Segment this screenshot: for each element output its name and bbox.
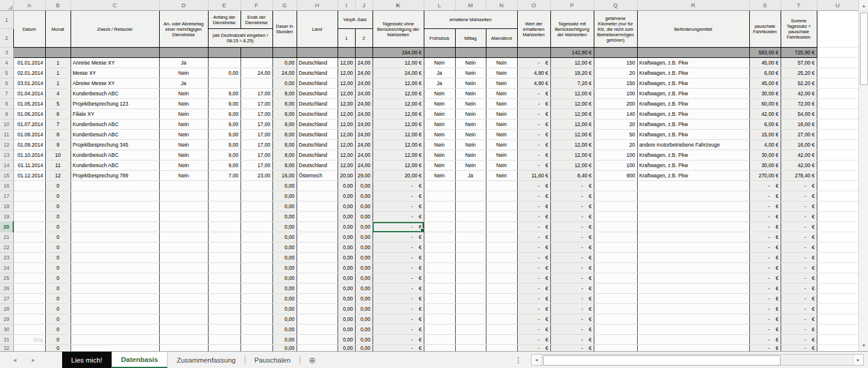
- cell-G16[interactable]: 0,00: [272, 181, 297, 191]
- column-header-T[interactable]: T: [781, 0, 817, 11]
- cell-T28[interactable]: - €: [781, 304, 817, 314]
- cell-A3[interactable]: [13, 48, 45, 58]
- cell-J29[interactable]: 0,00: [355, 314, 373, 325]
- row-header-27[interactable]: 27: [0, 294, 13, 304]
- cell-G9[interactable]: 8,00: [272, 109, 297, 119]
- row-header-25[interactable]: 25: [0, 273, 13, 284]
- cell-J22[interactable]: 0,00: [355, 243, 373, 253]
- cell-Q32[interactable]: [594, 345, 637, 352]
- row-header-12[interactable]: 12: [0, 140, 13, 150]
- cell-N22[interactable]: [486, 243, 517, 253]
- column-header-Q[interactable]: Q: [594, 0, 637, 11]
- cell-D15[interactable]: Nein: [159, 171, 208, 181]
- cell-I23[interactable]: 0,00: [338, 253, 355, 263]
- cell-J16[interactable]: 0,00: [355, 181, 373, 191]
- cell-I4[interactable]: 12,00: [338, 58, 355, 68]
- cell-F7[interactable]: 17,00: [241, 89, 272, 99]
- cell-I22[interactable]: 0,00: [338, 243, 355, 253]
- cell-O29[interactable]: - €: [517, 314, 550, 325]
- cell-Q21[interactable]: [594, 232, 637, 243]
- cell-E18[interactable]: [208, 201, 241, 212]
- cell-O32[interactable]: - €: [517, 345, 550, 352]
- cell-E7[interactable]: 9,00: [208, 89, 241, 99]
- cell-S29[interactable]: - €: [749, 314, 781, 325]
- cell-B12[interactable]: 9: [45, 140, 71, 150]
- cell-Q13[interactable]: 100: [594, 150, 637, 160]
- row-header-16[interactable]: 16: [0, 181, 13, 191]
- cell-I6[interactable]: 12,00: [338, 78, 355, 89]
- cell-H28[interactable]: [297, 304, 338, 314]
- cell-N12[interactable]: Nein: [486, 140, 517, 150]
- cell-Q8[interactable]: 200: [594, 99, 637, 109]
- cell-B24[interactable]: 0: [45, 263, 71, 273]
- cell-T3[interactable]: 725,80 €: [781, 48, 817, 58]
- cell-D19[interactable]: [159, 212, 208, 222]
- header-befoerderungsmittel[interactable]: Beförderungsmittel: [637, 11, 749, 48]
- header-tagessatz-mit[interactable]: Tagessatz mit Berücksichtigung der Mahlz…: [550, 11, 594, 48]
- cell-D6[interactable]: Ja: [159, 78, 208, 89]
- cell-O13[interactable]: - €: [517, 150, 550, 160]
- cell-M6[interactable]: Nein: [455, 78, 486, 89]
- cell-R30[interactable]: [637, 325, 749, 335]
- cell-E15[interactable]: 7,00: [208, 171, 241, 181]
- cell-A13[interactable]: 01.10.2014: [13, 150, 45, 160]
- row-header-6[interactable]: 6: [0, 78, 13, 89]
- cell-S27[interactable]: - €: [749, 294, 781, 304]
- cell-P12[interactable]: 12,00 €: [550, 140, 594, 150]
- column-header-H[interactable]: H: [297, 0, 338, 11]
- cell-F14[interactable]: 17,00: [241, 160, 272, 171]
- cell-D20[interactable]: [159, 222, 208, 232]
- cell-Q26[interactable]: [594, 284, 637, 294]
- cell-T27[interactable]: - €: [781, 294, 817, 304]
- row-header-28[interactable]: 28: [0, 304, 13, 314]
- cell-U5[interactable]: [817, 68, 858, 78]
- cell-L16[interactable]: [424, 181, 455, 191]
- row-header-9[interactable]: 9: [0, 109, 13, 119]
- cell-N8[interactable]: Nein: [486, 99, 517, 109]
- cell-D4[interactable]: Ja: [159, 58, 208, 68]
- cell-H11[interactable]: Deutschland: [297, 130, 338, 140]
- cell-H6[interactable]: Deutschland: [297, 78, 338, 89]
- cell-C3[interactable]: [71, 48, 159, 58]
- cell-L32[interactable]: [424, 345, 455, 352]
- cell-O23[interactable]: - €: [517, 253, 550, 263]
- row-header-3[interactable]: 3: [0, 48, 13, 58]
- cell-N11[interactable]: Nein: [486, 130, 517, 140]
- cell-I5[interactable]: 12,00: [338, 68, 355, 78]
- cell-R15[interactable]: Kraftwagen, z.B. Pkw: [637, 171, 749, 181]
- cell-P24[interactable]: - €: [550, 263, 594, 273]
- cell-J3[interactable]: [355, 48, 373, 58]
- cell-R31[interactable]: [637, 335, 749, 345]
- column-header-E[interactable]: E: [208, 0, 241, 11]
- header-dauer-stunden[interactable]: Dauer in Stunden: [272, 11, 297, 48]
- cell-D8[interactable]: Nein: [159, 99, 208, 109]
- cell-L23[interactable]: [424, 253, 455, 263]
- cell-P16[interactable]: - €: [550, 181, 594, 191]
- cell-T8[interactable]: 72,00 €: [781, 99, 817, 109]
- cell-S23[interactable]: - €: [749, 253, 781, 263]
- cell-T4[interactable]: 57,00 €: [781, 58, 817, 68]
- cell-C13[interactable]: Kundenbesuch ABC: [71, 150, 159, 160]
- cell-S31[interactable]: - €: [749, 335, 781, 345]
- cell-R29[interactable]: [637, 314, 749, 325]
- cell-N28[interactable]: [486, 304, 517, 314]
- cell-D22[interactable]: [159, 243, 208, 253]
- cell-Q16[interactable]: [594, 181, 637, 191]
- cell-A22[interactable]: [13, 243, 45, 253]
- cell-H18[interactable]: [297, 201, 338, 212]
- cell-D12[interactable]: Nein: [159, 140, 208, 150]
- cell-S4[interactable]: 45,00 €: [749, 58, 781, 68]
- cell-B6[interactable]: 1: [45, 78, 71, 89]
- cell-H29[interactable]: [297, 314, 338, 325]
- cell-L27[interactable]: [424, 294, 455, 304]
- cell-U23[interactable]: [817, 253, 858, 263]
- cell-K8[interactable]: 12,00 €: [373, 99, 424, 109]
- header-summe[interactable]: Summe Tagessatz + pauschale Fahrtkosten: [781, 11, 817, 48]
- cell-S13[interactable]: 30,00 €: [749, 150, 781, 160]
- cell-I12[interactable]: 12,00: [338, 140, 355, 150]
- cell-C19[interactable]: [71, 212, 159, 222]
- cell-F9[interactable]: 17,00: [241, 109, 272, 119]
- cell-L31[interactable]: [424, 335, 455, 345]
- cell-F6[interactable]: [241, 78, 272, 89]
- cell-B27[interactable]: 0: [45, 294, 71, 304]
